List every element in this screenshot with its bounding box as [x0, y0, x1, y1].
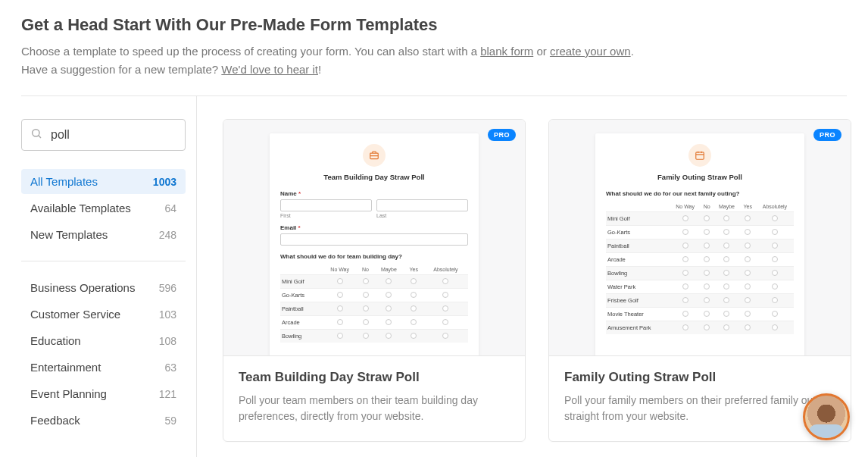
- radio-icon: [772, 311, 778, 317]
- blank-form-link[interactable]: blank form: [480, 45, 533, 58]
- radio-icon: [723, 256, 729, 262]
- radio-icon: [337, 305, 343, 311]
- radio-icon: [363, 305, 369, 311]
- matrix-row-label: Paintball: [606, 239, 670, 253]
- search-icon: [30, 127, 42, 142]
- template-grid: PRO Team Building Day Straw Poll Name * …: [197, 96, 851, 457]
- calendar-icon: [688, 144, 711, 167]
- category-feedback[interactable]: Feedback59: [21, 408, 186, 433]
- card-preview: PRO Family Outing Straw Poll What should…: [549, 120, 851, 356]
- matrix-row: Frisbee Golf: [606, 294, 794, 308]
- subhead-mid: or: [536, 45, 550, 58]
- category-label: Feedback: [30, 414, 80, 427]
- radio-icon: [682, 229, 688, 235]
- radio-icon: [411, 305, 417, 311]
- svg-rect-4: [696, 152, 704, 159]
- matrix-row: Amusement Park: [606, 321, 794, 335]
- radio-icon: [337, 292, 343, 298]
- suggest-link[interactable]: We'd love to hear it: [221, 63, 318, 76]
- page-title: Get a Head Start With Our Pre-Made Form …: [21, 15, 847, 35]
- matrix-col: No Way: [322, 264, 358, 275]
- matrix-row: Paintball: [606, 239, 794, 253]
- radio-icon: [723, 270, 729, 276]
- matrix-row: Water Park: [606, 280, 794, 294]
- radio-icon: [772, 243, 778, 249]
- radio-icon: [723, 215, 729, 221]
- category-count: 108: [159, 335, 176, 347]
- matrix-row-label: Go-Karts: [280, 289, 322, 302]
- matrix-col: Absolutely: [756, 202, 794, 212]
- radio-icon: [745, 243, 751, 249]
- radio-icon: [682, 297, 688, 303]
- filter-label: New Templates: [30, 228, 108, 241]
- matrix-row: Go-Karts: [606, 226, 794, 239]
- category-customer-service[interactable]: Customer Service103: [21, 302, 186, 327]
- create-own-link[interactable]: create your own: [550, 45, 631, 58]
- radio-icon: [772, 283, 778, 290]
- category-business-operations[interactable]: Business Operations596: [21, 275, 186, 300]
- preview-matrix: No WayNoMaybeYesAbsolutelyMini GolfGo-Ka…: [606, 202, 794, 334]
- template-card[interactable]: PRO Family Outing Straw Poll What should…: [548, 119, 851, 442]
- help-mascot-button[interactable]: [803, 393, 850, 440]
- search-input[interactable]: [21, 119, 186, 151]
- radio-icon: [704, 243, 710, 249]
- category-label: Customer Service: [30, 308, 120, 321]
- template-card[interactable]: PRO Team Building Day Straw Poll Name * …: [223, 119, 526, 442]
- subhead-text: Choose a template to speed up the proces…: [21, 45, 480, 58]
- card-title: Family Outing Straw Poll: [564, 370, 835, 385]
- radio-icon: [682, 283, 688, 290]
- radio-icon: [745, 311, 751, 317]
- briefcase-icon: [363, 144, 386, 167]
- radio-icon: [723, 297, 729, 303]
- category-event-planning[interactable]: Event Planning121: [21, 381, 186, 406]
- card-title: Team Building Day Straw Poll: [239, 370, 510, 385]
- radio-icon: [745, 283, 751, 290]
- radio-icon: [772, 256, 778, 262]
- matrix-row-label: Arcade: [606, 253, 670, 267]
- matrix-row: Go-Karts: [280, 289, 468, 302]
- filter-available-templates[interactable]: Available Templates64: [21, 196, 186, 221]
- radio-icon: [723, 229, 729, 235]
- radio-icon: [772, 270, 778, 276]
- preview-name-label: Name *: [280, 190, 468, 197]
- radio-icon: [745, 215, 751, 221]
- filter-label: Available Templates: [30, 202, 131, 214]
- filter-all-templates[interactable]: All Templates1003: [21, 169, 186, 194]
- radio-icon: [704, 256, 710, 262]
- suggest-prefix: Have a suggestion for a new template?: [21, 63, 221, 76]
- radio-icon: [442, 333, 448, 339]
- preview-first-sub: First: [280, 213, 372, 218]
- matrix-col: Maybe: [373, 264, 404, 275]
- filter-new-templates[interactable]: New Templates248: [21, 222, 186, 247]
- preview-form-title: Family Outing Straw Poll: [606, 173, 794, 181]
- radio-icon: [704, 324, 710, 330]
- preview-question: What should we do for team building day?: [280, 253, 468, 260]
- radio-icon: [704, 283, 710, 290]
- matrix-col: Absolutely: [423, 264, 468, 275]
- card-preview: PRO Team Building Day Straw Poll Name * …: [223, 120, 525, 356]
- matrix-row-label: Frisbee Golf: [606, 294, 670, 308]
- category-entertainment[interactable]: Entertainment63: [21, 355, 186, 380]
- sidebar-divider: [21, 261, 186, 261]
- matrix-row: Paintball: [280, 302, 468, 316]
- radio-icon: [363, 319, 369, 325]
- preview-form: Team Building Day Straw Poll Name * Firs…: [270, 133, 479, 356]
- suggest-suffix: !: [318, 63, 321, 76]
- radio-icon: [411, 333, 417, 339]
- radio-icon: [411, 319, 417, 325]
- category-label: Education: [30, 334, 81, 347]
- category-count: 596: [159, 282, 176, 294]
- preview-first-input: [280, 199, 372, 211]
- category-education[interactable]: Education108: [21, 328, 186, 353]
- matrix-row: Bowling: [280, 330, 468, 343]
- pro-badge: PRO: [488, 129, 516, 141]
- radio-icon: [363, 333, 369, 339]
- matrix-row: Arcade: [606, 253, 794, 267]
- category-count: 63: [164, 362, 176, 374]
- radio-icon: [745, 324, 751, 330]
- radio-icon: [386, 319, 392, 325]
- sidebar: All Templates1003Available Templates64Ne…: [21, 96, 197, 457]
- filter-count: 64: [164, 202, 176, 214]
- filter-label: All Templates: [30, 175, 98, 188]
- radio-icon: [386, 278, 392, 284]
